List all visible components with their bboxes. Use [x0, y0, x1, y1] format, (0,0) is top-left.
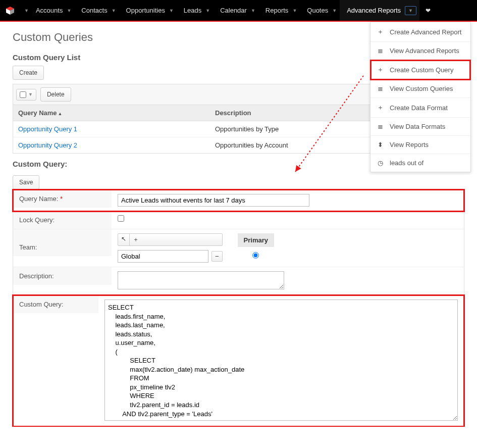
- menu-view-reports[interactable]: ⬍View Reports: [370, 136, 470, 154]
- plus-icon: ＋: [377, 103, 384, 112]
- team-input[interactable]: [118, 250, 208, 263]
- list-icon: ≣: [377, 85, 384, 92]
- caret-icon[interactable]: ▼: [67, 8, 71, 13]
- nav-opportunities[interactable]: Opportunities▼: [119, 0, 177, 21]
- plus-icon: ＋: [377, 27, 384, 36]
- query-name-label: Query Name:: [19, 195, 58, 203]
- caret-icon[interactable]: ▼: [205, 8, 210, 13]
- lock-query-checkbox[interactable]: [118, 215, 124, 222]
- caret-icon[interactable]: ▼: [405, 6, 416, 15]
- menu-view-data-formats[interactable]: ≣View Data Formats: [370, 118, 470, 136]
- required-indicator: *: [60, 195, 63, 203]
- menu-view-custom-queries[interactable]: ≣View Custom Queries: [370, 80, 470, 98]
- custom-query-row: Custom Query:: [13, 295, 464, 426]
- nav-quotes[interactable]: Quotes▼: [300, 0, 340, 21]
- team-pick-button[interactable]: ↖: [118, 234, 130, 245]
- caret-icon: ▼: [28, 92, 33, 97]
- description-label: Description:: [13, 267, 112, 285]
- custom-query-form: Query Name: * Lock Query: Team: ↖ ＋ −: [13, 189, 464, 427]
- list-icon: ≣: [377, 123, 384, 130]
- app-logo[interactable]: [0, 0, 20, 21]
- advanced-reports-dropdown: ＋Create Advanced Report ≣View Advanced R…: [370, 22, 471, 172]
- menu-view-advanced-reports[interactable]: ≣View Advanced Reports: [370, 42, 470, 60]
- sort-asc-icon: ▲: [58, 111, 63, 116]
- column-header-name[interactable]: Query Name▲: [18, 109, 215, 117]
- lock-query-row: Lock Query:: [13, 211, 464, 229]
- clock-icon: ◷: [377, 159, 384, 167]
- menu-create-data-format[interactable]: ＋Create Data Format: [370, 98, 470, 118]
- nav-advanced-reports[interactable]: Advanced Reports▼: [340, 0, 419, 21]
- plus-icon: ＋: [377, 65, 384, 74]
- create-button[interactable]: Create: [13, 66, 44, 80]
- lock-query-label: Lock Query:: [13, 211, 112, 229]
- query-link[interactable]: Opportunity Query 2: [18, 141, 77, 149]
- nav-calendar[interactable]: Calendar▼: [213, 0, 258, 21]
- nav-accounts[interactable]: Accounts▼: [29, 0, 74, 21]
- caret-icon[interactable]: ▼: [251, 8, 255, 13]
- logo-caret-icon[interactable]: ▼: [24, 8, 29, 13]
- caret-icon[interactable]: ▼: [112, 8, 116, 13]
- caret-icon[interactable]: ▼: [292, 8, 297, 13]
- team-remove-button[interactable]: −: [211, 251, 223, 262]
- custom-query-textarea[interactable]: [104, 300, 458, 421]
- caret-icon[interactable]: ▼: [332, 8, 337, 13]
- select-all-checkbox[interactable]: [20, 91, 26, 98]
- top-nav: ▼ Accounts▼ Contacts▼ Opportunities▼ Lea…: [0, 0, 477, 22]
- nav-more-icon[interactable]: ❤: [419, 0, 437, 21]
- nav-contacts[interactable]: Contacts▼: [74, 0, 119, 21]
- caret-icon[interactable]: ▼: [169, 8, 174, 13]
- save-button[interactable]: Save: [13, 175, 39, 189]
- query-name-row: Query Name: *: [13, 190, 464, 211]
- description-row: Description:: [13, 267, 464, 295]
- team-add-button[interactable]: ＋: [130, 234, 142, 245]
- primary-radio[interactable]: [252, 252, 259, 259]
- description-textarea[interactable]: [118, 271, 284, 289]
- team-selector-buttons: ↖ ＋: [118, 233, 223, 246]
- nav-leads[interactable]: Leads▼: [177, 0, 213, 21]
- team-row: Team: ↖ ＋ − Primary: [13, 229, 464, 267]
- list-icon: ≣: [377, 47, 384, 55]
- primary-header: Primary: [238, 233, 274, 247]
- delete-button[interactable]: Delete: [40, 87, 71, 102]
- chart-icon: ⬍: [377, 141, 384, 148]
- select-all-dropdown[interactable]: ▼: [16, 89, 36, 101]
- menu-create-custom-query[interactable]: ＋Create Custom Query: [370, 60, 470, 80]
- nav-reports[interactable]: Reports▼: [258, 0, 300, 21]
- menu-leads-out-of[interactable]: ◷leads out of: [370, 154, 470, 172]
- menu-create-advanced-report[interactable]: ＋Create Advanced Report: [370, 22, 470, 42]
- custom-query-label: Custom Query:: [13, 295, 98, 313]
- query-link[interactable]: Opportunity Query 1: [18, 125, 77, 133]
- query-name-input[interactable]: [118, 194, 309, 207]
- team-label: Team:: [13, 229, 112, 256]
